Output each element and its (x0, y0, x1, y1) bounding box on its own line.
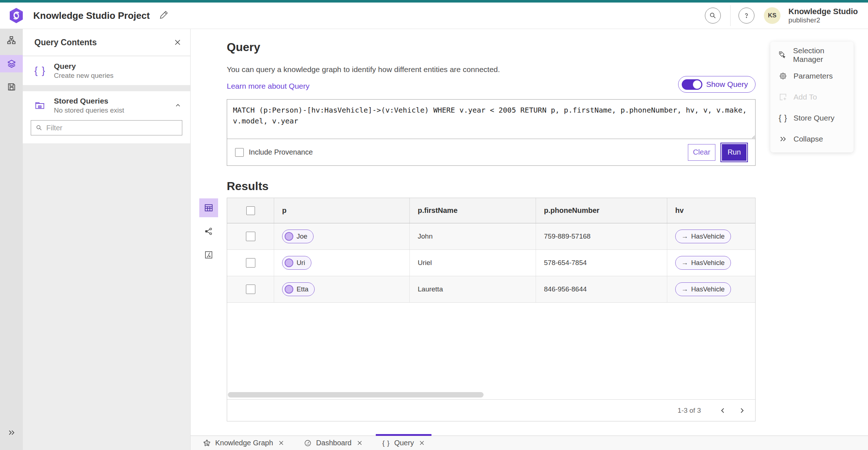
tab-label: Dashboard (316, 439, 352, 447)
node-icon (285, 258, 293, 267)
entity-chip[interactable]: Joe (282, 230, 314, 243)
column-header[interactable]: hv (667, 198, 755, 223)
first-name-cell: Uriel (410, 250, 536, 276)
avatar[interactable]: KS (764, 7, 780, 24)
tool-item-label: Selection Manager (793, 46, 854, 64)
view-switcher (199, 198, 218, 264)
filter-area (23, 119, 190, 143)
results-table: p p.firstName p.phoneNumber hv (227, 198, 756, 421)
next-page-button[interactable] (736, 404, 748, 417)
bottom-tab[interactable]: Dashboard (297, 436, 369, 450)
sidebar-item-query[interactable]: { } Query Create new queries (23, 56, 190, 85)
row-checkbox[interactable] (246, 285, 255, 294)
include-provenance-label: Include Provenance (249, 148, 313, 156)
row-checkbox[interactable] (246, 258, 255, 268)
first-name-cell: Lauretta (410, 276, 536, 302)
toggle-switch (682, 79, 702, 90)
braces-icon: { } (34, 65, 50, 76)
relationship-chip[interactable]: → HasVehicle (675, 282, 731, 296)
show-query-label: Show Query (706, 80, 748, 89)
previous-page-button[interactable] (717, 404, 729, 417)
tab-label: Query (394, 439, 414, 447)
entity-chip[interactable]: Etta (282, 282, 315, 296)
tab-label: Knowledge Graph (215, 439, 273, 447)
clear-button[interactable]: Clear (688, 144, 715, 161)
rail-item-data-model[interactable] (0, 32, 23, 49)
bottom-tab[interactable]: Knowledge Graph (196, 436, 291, 450)
filter-input[interactable] (46, 124, 178, 132)
query-tools-panel: Selection Manager Parameters (770, 42, 854, 152)
query-item-description: Create new queries (54, 72, 114, 80)
include-provenance-checkbox[interactable] (235, 148, 244, 157)
phone-number-cell: 846-956-8644 (536, 276, 667, 302)
panel-title: Query Contents (34, 38, 97, 47)
braces-icon: { } (778, 113, 788, 123)
close-icon[interactable] (419, 440, 425, 446)
close-icon[interactable] (357, 440, 363, 446)
phone-number-cell: 578-654-7854 (536, 250, 667, 276)
expand-rail-button[interactable] (0, 425, 23, 441)
tool-item[interactable]: Collapse (770, 129, 854, 150)
double-chevron-right-icon (778, 135, 788, 143)
arrow-right-icon: → (681, 232, 688, 240)
table-body: Joe John 759-889-57168 → HasVehicle (227, 223, 755, 303)
user-name: Knowledge Studio (788, 7, 858, 16)
add-to-icon (778, 93, 788, 101)
query-editor: MATCH (p:Person)-[hv:HasVehicle]->(v:Veh… (227, 99, 756, 166)
column-header[interactable]: p.firstName (410, 198, 536, 223)
chart-icon (204, 251, 213, 259)
project-title: Knowledge Studio Project (33, 10, 150, 21)
column-header[interactable]: p.phoneNumber (536, 198, 667, 223)
row-checkbox[interactable] (246, 232, 255, 241)
node-icon (285, 285, 293, 294)
search-icon[interactable] (705, 8, 721, 24)
panel-divider (23, 85, 190, 91)
table-row: Etta Lauretta 846-956-8644 → HasVehicle (227, 276, 755, 303)
table-row: Joe John 759-889-57168 → HasVehicle (227, 223, 755, 250)
help-icon[interactable] (739, 8, 754, 24)
query-input[interactable]: MATCH (p:Person)-[hv:HasVehicle]->(v:Veh… (227, 100, 755, 139)
show-query-toggle[interactable]: Show Query (678, 76, 756, 93)
gear-icon (778, 72, 788, 80)
table-view-button[interactable] (199, 198, 218, 217)
hierarchy-icon (7, 36, 16, 45)
table-icon (204, 203, 213, 213)
column-header[interactable]: p (274, 198, 410, 223)
braces-icon: { } (382, 439, 390, 447)
results-title: Results (227, 179, 756, 193)
header-divider (730, 5, 731, 26)
first-name-cell: John (410, 223, 536, 249)
pagination-range: 1-3 of 3 (678, 407, 701, 415)
relationship-chip[interactable]: → HasVehicle (675, 230, 731, 243)
sidebar-item-stored-queries[interactable]: Stored Queries No stored queries exist (23, 91, 190, 119)
close-icon[interactable] (174, 38, 182, 46)
tool-item-label: Collapse (793, 135, 823, 143)
table-header-row: p p.firstName p.phoneNumber hv (227, 198, 755, 223)
horizontal-scrollbar[interactable] (228, 392, 484, 398)
tool-item[interactable]: Selection Manager (770, 45, 854, 66)
main-area: Query You can query a knowledge graph to… (191, 29, 868, 436)
learn-more-link[interactable]: Learn more about Query (227, 82, 310, 91)
chart-view-button[interactable] (199, 245, 218, 264)
query-contents-panel: Query Contents { } Query Create new quer… (23, 29, 191, 450)
relationship-chip[interactable]: → HasVehicle (675, 256, 731, 270)
select-all-checkbox[interactable] (246, 206, 255, 215)
rail-item-save[interactable] (0, 78, 23, 96)
arrow-right-icon: → (681, 259, 688, 267)
edit-title-button[interactable] (160, 11, 169, 20)
tool-item-label: Store Query (793, 114, 834, 122)
stored-queries-icon (34, 100, 50, 111)
query-description: You can query a knowledge graph to ident… (227, 65, 756, 74)
graph-view-button[interactable] (199, 222, 218, 241)
chevron-up-icon[interactable] (174, 102, 182, 109)
close-icon[interactable] (278, 440, 284, 446)
tool-item[interactable]: { } Store Query (770, 108, 854, 129)
selection-manager-icon (778, 51, 787, 59)
tool-item-label: Parameters (793, 72, 833, 80)
bottom-tab[interactable]: { } Query (376, 436, 431, 450)
rail-item-contents[interactable] (0, 55, 23, 72)
tool-item[interactable]: Parameters (770, 66, 854, 87)
entity-chip[interactable]: Uri (282, 256, 311, 270)
tool-item[interactable]: Add To (770, 87, 854, 108)
run-button[interactable]: Run (721, 143, 747, 161)
